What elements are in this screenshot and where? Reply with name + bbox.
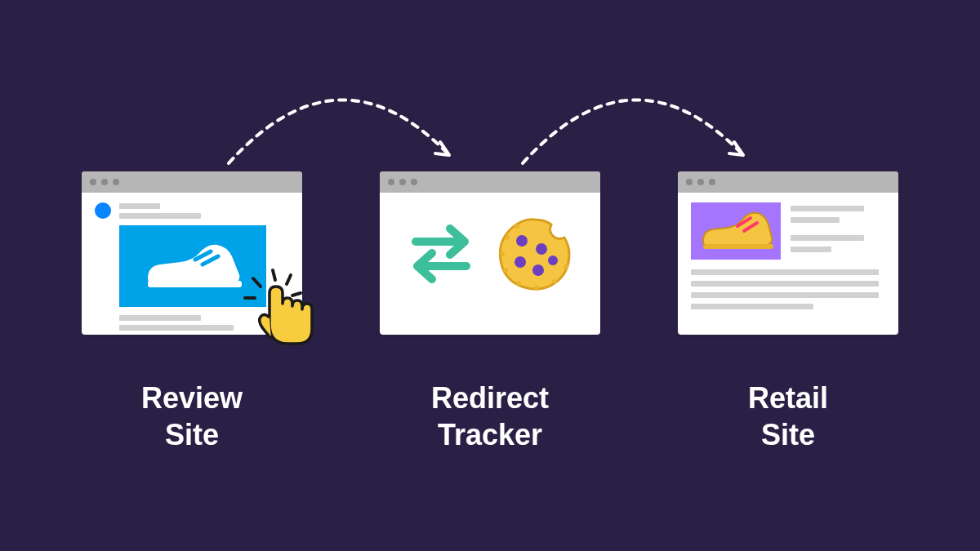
svg-rect-19 xyxy=(703,244,773,249)
window-dot xyxy=(90,179,96,185)
shoe-icon xyxy=(695,207,777,256)
window-dot xyxy=(113,179,119,185)
avatar xyxy=(95,202,111,219)
svg-point-16 xyxy=(514,256,526,268)
svg-point-9 xyxy=(503,268,508,273)
cursor-click-icon xyxy=(237,265,327,355)
svg-point-17 xyxy=(532,264,544,276)
label-line: Retail xyxy=(748,381,828,415)
redirect-tracker-panel xyxy=(380,171,600,335)
two-way-arrows-icon xyxy=(404,217,478,291)
placeholder-line xyxy=(791,217,840,223)
svg-line-3 xyxy=(287,275,291,284)
svg-line-1 xyxy=(273,270,275,280)
svg-point-14 xyxy=(516,235,528,247)
svg-point-7 xyxy=(505,235,510,240)
window-dot xyxy=(399,179,406,185)
panel-label-retail: Retail Site xyxy=(678,380,898,453)
placeholder-line xyxy=(119,315,201,321)
svg-line-5 xyxy=(292,293,301,295)
label-line: Review xyxy=(141,381,243,415)
flow-arrow-2 xyxy=(498,57,768,171)
svg-point-18 xyxy=(548,256,558,265)
svg-point-8 xyxy=(500,251,505,256)
placeholder-line xyxy=(691,304,813,309)
window-dot xyxy=(101,179,108,185)
svg-point-11 xyxy=(534,286,539,291)
browser-titlebar xyxy=(380,171,600,193)
window-dot xyxy=(709,179,715,185)
svg-point-15 xyxy=(536,243,547,255)
label-line: Redirect xyxy=(431,381,549,415)
placeholder-line xyxy=(791,247,831,252)
placeholder-line xyxy=(119,213,201,219)
placeholder-line xyxy=(791,235,864,241)
window-dot xyxy=(686,179,693,185)
svg-point-6 xyxy=(514,224,519,229)
svg-point-12 xyxy=(552,279,557,284)
placeholder-line xyxy=(791,206,864,211)
browser-titlebar xyxy=(678,171,898,193)
window-dot xyxy=(697,179,704,185)
label-line: Site xyxy=(165,418,219,451)
label-line: Tracker xyxy=(438,418,542,451)
svg-rect-0 xyxy=(148,281,242,287)
svg-point-10 xyxy=(516,281,521,286)
cookie-icon xyxy=(494,213,576,295)
placeholder-line xyxy=(119,203,160,209)
label-line: Site xyxy=(761,418,815,451)
svg-point-13 xyxy=(564,264,568,269)
panel-label-review: Review Site xyxy=(82,380,302,453)
flow-arrow-1 xyxy=(204,57,474,171)
placeholder-line xyxy=(119,325,234,331)
svg-line-2 xyxy=(253,278,261,287)
product-image-purple xyxy=(691,202,781,260)
placeholder-line xyxy=(691,292,879,298)
browser-titlebar xyxy=(82,171,302,193)
retail-site-panel xyxy=(678,171,898,335)
placeholder-line xyxy=(691,281,879,287)
placeholder-line xyxy=(691,269,879,275)
shoe-icon xyxy=(136,233,250,299)
window-dot xyxy=(388,179,394,185)
window-dot xyxy=(411,179,417,185)
panel-label-redirect: Redirect Tracker xyxy=(380,380,600,453)
